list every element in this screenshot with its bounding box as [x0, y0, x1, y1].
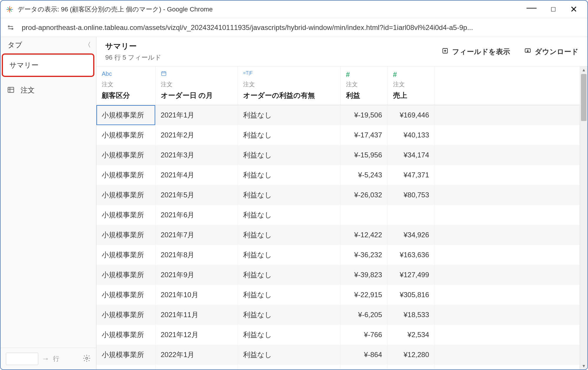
settings-icon[interactable]	[83, 354, 91, 364]
table-cell[interactable]: ¥80,753	[387, 185, 435, 205]
table-cell[interactable]: 2021年2月	[155, 125, 238, 145]
table-row[interactable]: 小規模事業所2021年6月利益なし	[96, 205, 580, 225]
table-cell[interactable]: 2021年12月	[155, 325, 238, 345]
table-row[interactable]: 小規模事業所2021年10月利益なし¥-22,915¥305,816	[96, 285, 580, 305]
vertical-scrollbar[interactable]: ▲ ▼	[580, 66, 587, 369]
table-cell[interactable]: 利益なし	[238, 245, 340, 265]
table-cell[interactable]: ¥-17,437	[340, 125, 387, 145]
table-cell[interactable]: 2021年10月	[155, 285, 238, 305]
table-row[interactable]: 小規模事業所2021年9月利益なし¥-39,823¥127,499	[96, 265, 580, 285]
table-cell[interactable]: 小規模事業所	[96, 165, 155, 185]
table-cell[interactable]: 利益なし	[238, 265, 340, 285]
column-header[interactable]: #注文売上	[387, 66, 435, 105]
table-cell[interactable]: 2021年9月	[155, 265, 238, 285]
table-cell[interactable]: ¥-36,232	[340, 245, 387, 265]
table-cell[interactable]: ¥18,533	[387, 305, 435, 325]
scrollbar-thumb[interactable]	[581, 74, 587, 121]
maximize-button[interactable]: ☐	[551, 6, 556, 12]
table-cell[interactable]: 小規模事業所	[96, 185, 155, 205]
goto-row-icon[interactable]: →	[42, 354, 49, 363]
table-cell[interactable]: 小規模事業所	[96, 305, 155, 325]
table-cell[interactable]: ¥34,174	[387, 145, 435, 165]
table-cell[interactable]: 小規模事業所	[96, 105, 155, 125]
table-cell[interactable]: 利益なし	[238, 145, 340, 165]
table-row[interactable]: 小規模事業所2022年2月利益なし¥-28,585¥323,3...	[96, 365, 580, 369]
table-cell[interactable]: ¥-22,915	[340, 285, 387, 305]
table-cell[interactable]: ¥169,446	[387, 105, 435, 125]
collapse-sidebar-icon[interactable]: 〈	[84, 41, 91, 49]
table-cell[interactable]: 小規模事業所	[96, 265, 155, 285]
table-cell[interactable]: 2021年3月	[155, 145, 238, 165]
sidebar-tab-summary[interactable]: サマリー	[2, 53, 94, 77]
table-cell[interactable]: 小規模事業所	[96, 245, 155, 265]
table-row[interactable]: 小規模事業所2021年5月利益なし¥-26,032¥80,753	[96, 185, 580, 205]
table-cell[interactable]: 利益なし	[238, 165, 340, 185]
column-header[interactable]: #注文利益	[340, 66, 387, 105]
table-row[interactable]: 小規模事業所2021年2月利益なし¥-17,437¥40,133	[96, 125, 580, 145]
table-cell[interactable]: 利益なし	[238, 105, 340, 125]
table-cell[interactable]: ¥12,280	[387, 345, 435, 365]
table-cell[interactable]: 小規模事業所	[96, 345, 155, 365]
table-cell[interactable]: 利益なし	[238, 125, 340, 145]
table-cell[interactable]: 利益なし	[238, 305, 340, 325]
table-row[interactable]: 小規模事業所2021年8月利益なし¥-36,232¥163,636	[96, 245, 580, 265]
table-cell[interactable]: ¥34,926	[387, 225, 435, 245]
table-row[interactable]: 小規模事業所2021年4月利益なし¥-5,243¥47,371	[96, 165, 580, 185]
table-cell[interactable]: ¥2,534	[387, 325, 435, 345]
address-bar[interactable]: prod-apnortheast-a.online.tableau.com/as…	[1, 18, 587, 37]
minimize-button[interactable]: —	[527, 2, 537, 12]
table-cell[interactable]: 2021年7月	[155, 225, 238, 245]
row-number-input[interactable]	[6, 353, 38, 365]
sidebar-tab-orders[interactable]: 注文	[1, 78, 96, 102]
table-cell[interactable]: 2021年8月	[155, 245, 238, 265]
table-cell[interactable]: 小規模事業所	[96, 125, 155, 145]
table-cell[interactable]: 2021年1月	[155, 105, 238, 125]
table-cell[interactable]: ¥-26,032	[340, 185, 387, 205]
table-cell[interactable]: 利益なし	[238, 225, 340, 245]
table-cell[interactable]: ¥-28,585	[340, 365, 387, 369]
table-row[interactable]: 小規模事業所2021年7月利益なし¥-12,422¥34,926	[96, 225, 580, 245]
table-cell[interactable]: 利益なし	[238, 345, 340, 365]
table-cell[interactable]: 利益なし	[238, 205, 340, 225]
table-cell[interactable]: ¥-19,506	[340, 105, 387, 125]
table-cell[interactable]: 利益なし	[238, 365, 340, 369]
table-cell[interactable]: 小規模事業所	[96, 205, 155, 225]
column-header[interactable]: =T|F注文オーダーの利益の有無	[238, 66, 340, 105]
table-cell[interactable]: ¥-12,422	[340, 225, 387, 245]
table-cell[interactable]: ¥323,3...	[387, 365, 435, 369]
table-cell[interactable]: 利益なし	[238, 325, 340, 345]
table-cell[interactable]: ¥-15,956	[340, 145, 387, 165]
table-cell[interactable]: 2022年2月	[155, 365, 238, 369]
download-button[interactable]: ダウンロード	[524, 47, 579, 56]
table-cell[interactable]: ¥305,816	[387, 285, 435, 305]
table-cell[interactable]: 小規模事業所	[96, 325, 155, 345]
table-cell[interactable]: ¥-6,205	[340, 305, 387, 325]
table-cell[interactable]: ¥-766	[340, 325, 387, 345]
table-cell[interactable]: 2022年1月	[155, 345, 238, 365]
table-cell[interactable]: 2021年5月	[155, 185, 238, 205]
table-row[interactable]: 小規模事業所2021年1月利益なし¥-19,506¥169,446	[96, 105, 580, 125]
table-cell[interactable]: 小規模事業所	[96, 225, 155, 245]
column-header[interactable]: Abc注文顧客区分	[96, 66, 155, 105]
table-row[interactable]: 小規模事業所2021年3月利益なし¥-15,956¥34,174	[96, 145, 580, 165]
table-cell[interactable]: ¥127,499	[387, 265, 435, 285]
table-cell[interactable]: ¥40,133	[387, 125, 435, 145]
close-button[interactable]: ✕	[570, 5, 577, 14]
table-cell[interactable]: 小規模事業所	[96, 365, 155, 369]
table-cell[interactable]: ¥-864	[340, 345, 387, 365]
table-cell[interactable]: 2021年6月	[155, 205, 238, 225]
table-cell[interactable]: 2021年11月	[155, 305, 238, 325]
table-row[interactable]: 小規模事業所2022年1月利益なし¥-864¥12,280	[96, 345, 580, 365]
table-cell[interactable]: ¥47,371	[387, 165, 435, 185]
table-row[interactable]: 小規模事業所2021年12月利益なし¥-766¥2,534	[96, 325, 580, 345]
scroll-up-icon[interactable]: ▲	[580, 66, 587, 73]
site-settings-icon[interactable]	[6, 23, 15, 32]
table-cell[interactable]: ¥-39,823	[340, 265, 387, 285]
table-cell[interactable]: 小規模事業所	[96, 285, 155, 305]
column-header[interactable]: 注文オーダー日 の月	[155, 66, 238, 105]
scroll-down-icon[interactable]: ▼	[580, 362, 587, 369]
table-cell[interactable]: 利益なし	[238, 185, 340, 205]
table-cell[interactable]	[340, 205, 387, 225]
table-cell[interactable]: 利益なし	[238, 285, 340, 305]
table-cell[interactable]: ¥163,636	[387, 245, 435, 265]
